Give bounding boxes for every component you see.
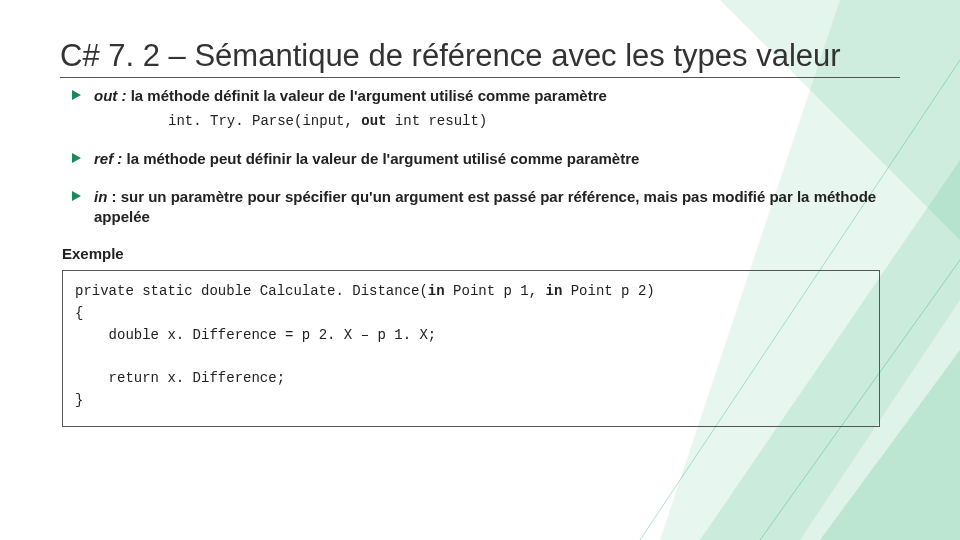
code-line: {	[75, 305, 83, 321]
code-keyword: in	[428, 283, 445, 299]
bullet-item: in : sur un paramètre pour spécifier qu'…	[70, 187, 900, 228]
code-keyword: out	[361, 113, 386, 129]
code-line: }	[75, 392, 83, 408]
code-fragment: Point p 2)	[562, 283, 654, 299]
inline-code: int. Try. Parse(input, out int result)	[168, 112, 900, 131]
code-line: private static double Calculate. Distanc…	[75, 283, 655, 299]
code-fragment: int result)	[386, 113, 487, 129]
bullet-text: : sur un paramètre pour spécifier qu'un …	[94, 188, 876, 225]
code-fragment: int. Try. Parse(input,	[168, 113, 361, 129]
example-heading: Exemple	[62, 245, 900, 262]
bullet-item: ref : la méthode peut définir la valeur …	[70, 149, 900, 169]
bullet-lead: out :	[94, 87, 126, 104]
bullet-lead: ref :	[94, 150, 122, 167]
bullet-list: out : la méthode définit la valeur de l'…	[70, 86, 900, 228]
slide-title: C# 7. 2 – Sémantique de référence avec l…	[60, 38, 900, 78]
bullet-lead: in	[94, 188, 107, 205]
bullet-text: la méthode peut définir la valeur de l'a…	[122, 150, 639, 167]
code-line: return x. Difference;	[75, 370, 285, 386]
bullet-text: la méthode définit la valeur de l'argume…	[126, 87, 606, 104]
code-fragment: Point p 1,	[445, 283, 546, 299]
code-block: private static double Calculate. Distanc…	[62, 270, 880, 426]
code-fragment: private static double Calculate. Distanc…	[75, 283, 428, 299]
bullet-item: out : la méthode définit la valeur de l'…	[70, 86, 900, 131]
code-keyword: in	[546, 283, 563, 299]
code-line: double x. Difference = p 2. X – p 1. X;	[75, 327, 436, 343]
